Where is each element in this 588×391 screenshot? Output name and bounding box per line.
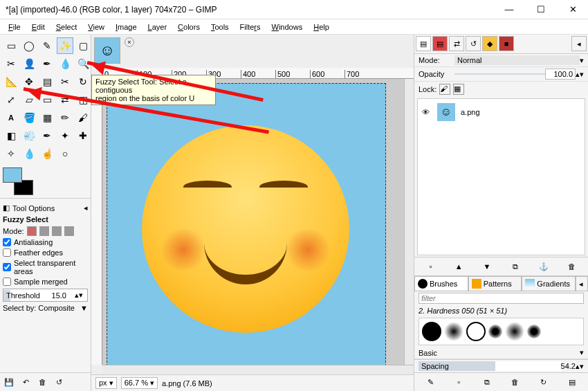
brush-sample[interactable] bbox=[488, 325, 502, 338]
delete-brush-button[interactable]: 🗑 bbox=[509, 376, 522, 388]
tool-clone[interactable]: ✦ bbox=[57, 127, 73, 144]
open-as-image-button[interactable]: ▤ bbox=[566, 376, 578, 388]
mode-subtract[interactable] bbox=[52, 226, 62, 236]
opt-transparent[interactable]: Select transparent areas bbox=[3, 259, 88, 275]
spacing-row[interactable]: Spacing 54.2▴▾ bbox=[414, 359, 588, 372]
brush-filter-input[interactable] bbox=[419, 293, 584, 304]
tool-perspective-clone[interactable]: ✧ bbox=[3, 145, 19, 162]
layer-row[interactable]: 👁 ☺ a.png bbox=[418, 99, 585, 125]
tray-delete-icon[interactable]: 🗑 bbox=[36, 376, 48, 388]
tray-save-icon[interactable]: 💾 bbox=[3, 376, 15, 388]
tool-smudge[interactable]: ☝ bbox=[39, 145, 55, 162]
dock-tab-histogram[interactable]: ◆ bbox=[482, 36, 497, 51]
tab-brushes[interactable]: Brushes bbox=[414, 276, 468, 291]
tool-eraser[interactable]: ◧ bbox=[3, 127, 19, 144]
new-brush-button[interactable]: ▫ bbox=[452, 376, 465, 388]
mode-replace[interactable] bbox=[27, 226, 37, 236]
tool-crop[interactable]: ✂ bbox=[57, 73, 73, 90]
tool-bucket-fill[interactable]: 🪣 bbox=[21, 109, 37, 126]
tool-blend[interactable]: ▦ bbox=[39, 109, 55, 126]
brush-sample[interactable] bbox=[505, 322, 524, 341]
tab-patterns[interactable]: Patterns bbox=[468, 276, 522, 291]
tool-scissors[interactable]: ✂ bbox=[3, 55, 19, 72]
tool-color-picker[interactable]: 💧 bbox=[57, 55, 73, 72]
tool-measure[interactable]: 📐 bbox=[3, 73, 19, 90]
menu-tools[interactable]: Tools bbox=[205, 21, 235, 33]
dock-tab-channels[interactable]: ▤ bbox=[432, 36, 448, 51]
fg-color-swatch[interactable] bbox=[3, 167, 22, 183]
opacity-row[interactable]: Opacity 100.0 ▴▾ bbox=[414, 67, 588, 82]
new-layer-button[interactable]: ▫ bbox=[424, 260, 437, 273]
menu-colors[interactable]: Colors bbox=[172, 21, 205, 33]
tool-rotate[interactable]: ↻ bbox=[75, 73, 91, 90]
color-swatches[interactable] bbox=[3, 167, 37, 195]
brush-sample[interactable] bbox=[422, 322, 441, 341]
brush-sample[interactable] bbox=[527, 325, 541, 338]
menu-layer[interactable]: Layer bbox=[143, 21, 173, 33]
layer-name[interactable]: a.png bbox=[461, 108, 480, 116]
refresh-brush-button[interactable]: ↻ bbox=[538, 376, 550, 388]
tool-heal[interactable]: ✚ bbox=[75, 127, 91, 144]
menu-file[interactable]: File bbox=[3, 21, 26, 33]
mode-add[interactable] bbox=[39, 226, 49, 236]
anchor-layer-button[interactable]: ⚓ bbox=[538, 260, 550, 273]
unit-selector[interactable]: px ▾ bbox=[95, 377, 117, 389]
tool-pencil[interactable]: ✏ bbox=[57, 109, 73, 126]
brush-sample[interactable] bbox=[466, 322, 486, 341]
select-by-row[interactable]: Select by: Composite▼ bbox=[3, 304, 88, 312]
tool-color-select[interactable]: ▢ bbox=[75, 37, 91, 54]
brush-menu-icon[interactable]: ◂ bbox=[576, 276, 588, 291]
tab-gradients[interactable]: Gradients bbox=[522, 276, 576, 291]
menu-select[interactable]: Select bbox=[50, 21, 83, 33]
tool-ellipse-select[interactable]: ◯ bbox=[21, 37, 37, 54]
zoom-selector[interactable]: 66.7 % ▾ bbox=[121, 377, 158, 389]
canvas-viewport[interactable] bbox=[102, 79, 404, 365]
lower-layer-button[interactable]: ▼ bbox=[481, 260, 493, 273]
tool-fuzzy-select[interactable]: ✨ bbox=[57, 37, 73, 54]
menu-help[interactable]: Help bbox=[308, 21, 335, 33]
menu-edit[interactable]: Edit bbox=[26, 21, 50, 33]
tool-airbrush[interactable]: 💨 bbox=[21, 127, 37, 144]
tool-dodge[interactable]: ○ bbox=[57, 145, 73, 162]
brush-grid[interactable] bbox=[419, 318, 584, 345]
lock-pixels-icon[interactable]: 🖌 bbox=[439, 84, 450, 95]
duplicate-brush-button[interactable]: ⧉ bbox=[481, 376, 493, 388]
visibility-icon[interactable]: 👁 bbox=[422, 108, 432, 116]
dock-tab-pointer[interactable]: ■ bbox=[499, 36, 514, 51]
opt-sample-merged[interactable]: Sample merged bbox=[3, 278, 88, 286]
tool-foreground-select[interactable]: 👤 bbox=[21, 55, 37, 72]
scrollbar-horizontal[interactable] bbox=[102, 365, 414, 374]
minimize-button[interactable]: — bbox=[499, 4, 519, 15]
dock-tab-undo[interactable]: ↺ bbox=[466, 36, 481, 51]
opt-antialias[interactable]: Antialiasing bbox=[3, 238, 88, 246]
tool-rect-select[interactable]: ▭ bbox=[3, 37, 19, 54]
scrollbar-vertical[interactable] bbox=[404, 79, 414, 365]
dock-menu-icon[interactable]: ◂ bbox=[571, 36, 587, 51]
mode-intersect[interactable] bbox=[64, 226, 74, 236]
close-button[interactable]: ✕ bbox=[563, 4, 582, 15]
tool-text[interactable]: A bbox=[3, 109, 19, 126]
tray-revert-icon[interactable]: ↶ bbox=[19, 376, 32, 388]
tool-paths[interactable]: ✒ bbox=[39, 55, 55, 72]
tool-ink[interactable]: ✒ bbox=[39, 127, 55, 144]
tray-reset-icon[interactable]: ↺ bbox=[53, 376, 65, 388]
brush-sample[interactable] bbox=[444, 322, 463, 341]
dock-tab-layers[interactable]: ▤ bbox=[416, 36, 431, 51]
duplicate-layer-button[interactable]: ⧉ bbox=[509, 260, 522, 273]
menu-image[interactable]: Image bbox=[110, 21, 143, 33]
blend-mode-row[interactable]: Mode: Normal ▾ bbox=[414, 54, 588, 67]
menu-windows[interactable]: Windows bbox=[266, 21, 309, 33]
threshold-slider[interactable]: Threshold 15.0 ▴▾ bbox=[3, 289, 88, 302]
tool-blur[interactable]: 💧 bbox=[21, 145, 37, 162]
dock-tab-paths[interactable]: ⇄ bbox=[449, 36, 464, 51]
edit-brush-button[interactable]: ✎ bbox=[424, 376, 437, 388]
maximize-button[interactable]: ☐ bbox=[531, 4, 551, 15]
image-tab-close[interactable]: × bbox=[125, 37, 134, 47]
tool-scale[interactable]: ⤢ bbox=[3, 91, 19, 108]
menu-filters[interactable]: Filters bbox=[235, 21, 266, 33]
lock-alpha-icon[interactable]: ▦ bbox=[453, 84, 464, 95]
delete-layer-button[interactable]: 🗑 bbox=[566, 260, 578, 273]
brush-category[interactable]: Basic▾ bbox=[414, 347, 588, 359]
menu-view[interactable]: View bbox=[82, 21, 110, 33]
opt-feather[interactable]: Feather edges bbox=[3, 248, 88, 257]
